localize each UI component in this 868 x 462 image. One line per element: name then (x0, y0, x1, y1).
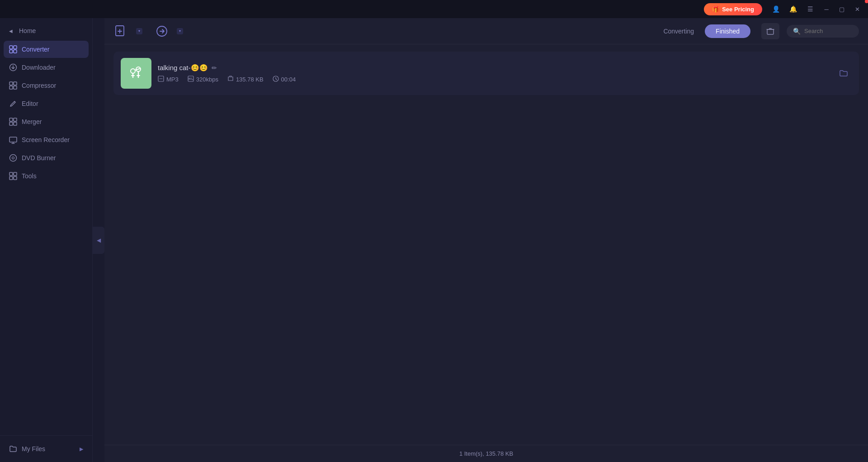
content-header: ▾ ▾ Converting Finished (104, 18, 868, 44)
screen-recorder-label: Screen Recorder (22, 136, 70, 143)
downloader-label: Downloader (22, 64, 56, 71)
avatar-icon: 👤 (772, 5, 780, 13)
svg-point-23 (131, 69, 135, 73)
my-files-icon (9, 445, 17, 453)
screen-recorder-icon (9, 136, 17, 144)
svg-rect-17 (14, 172, 17, 176)
dvd-burner-label: DVD Burner (22, 154, 56, 162)
file-title-row: talking cat-😊😊 ✏ (158, 64, 829, 72)
bitrate-value: 320kbps (196, 76, 218, 83)
user-avatar[interactable]: 👤 (769, 3, 782, 15)
close-button[interactable]: ✕ (852, 4, 863, 14)
app-body: ◀ Home Converter (0, 18, 868, 462)
finished-tab[interactable]: Finished (705, 24, 750, 38)
size-value: 135.78 KB (236, 76, 264, 83)
convert-button[interactable] (154, 24, 170, 39)
svg-rect-13 (9, 137, 17, 142)
format-value: MP3 (166, 76, 179, 83)
notification-dot (865, 0, 868, 3)
my-files-label: My Files (22, 445, 45, 452)
converting-tab[interactable]: Converting (652, 24, 705, 38)
file-bitrate: 320kbps (188, 76, 218, 83)
editor-label: Editor (22, 100, 38, 107)
sidebar-item-converter[interactable]: Converter (4, 41, 89, 58)
add-file-dropdown-arrow[interactable]: ▾ (136, 28, 142, 34)
status-bar: 1 Item(s), 135.78 KB (104, 445, 868, 462)
svg-rect-6 (14, 82, 17, 85)
tools-icon (9, 172, 17, 180)
format-icon (158, 76, 164, 83)
svg-rect-1 (14, 46, 17, 49)
open-folder-button[interactable] (835, 65, 852, 81)
my-files-item[interactable]: My Files ▶ (4, 440, 89, 457)
titlebar-icons: 👤 🔔 ☰ ─ ▢ ✕ (769, 3, 863, 15)
svg-rect-0 (9, 46, 13, 49)
svg-rect-2 (9, 50, 13, 53)
svg-point-14 (10, 155, 17, 162)
svg-rect-18 (9, 176, 13, 180)
svg-rect-19 (14, 176, 17, 180)
svg-rect-8 (14, 86, 17, 89)
compressor-label: Compressor (22, 82, 56, 89)
my-files-arrow-icon: ▶ (80, 446, 83, 452)
merger-label: Merger (22, 118, 42, 125)
sidebar-item-merger[interactable]: Merger (4, 113, 89, 130)
svg-rect-9 (9, 118, 13, 121)
search-box: 🔍 (787, 25, 859, 38)
gift-icon: 🎁 (712, 6, 719, 13)
menu-icon[interactable]: ☰ (804, 3, 816, 15)
sidebar-item-tools[interactable]: Tools (4, 167, 89, 185)
converter-icon (9, 45, 17, 53)
see-pricing-button[interactable]: 🎁 See Pricing (704, 3, 762, 15)
duration-icon (273, 76, 279, 83)
file-thumbnail (121, 58, 151, 89)
downloader-icon (9, 63, 17, 71)
status-text: 1 Item(s), 135.78 KB (459, 450, 513, 457)
file-size: 135.78 KB (227, 76, 264, 83)
sidebar-footer: My Files ▶ (0, 435, 92, 462)
svg-rect-16 (9, 172, 13, 176)
svg-rect-10 (14, 118, 17, 121)
size-icon (227, 76, 234, 83)
merger-icon (9, 118, 17, 126)
svg-rect-22 (767, 29, 774, 34)
sidebar-item-dvd-burner[interactable]: DVD Burner (4, 149, 89, 167)
sidebar-item-screen-recorder[interactable]: Screen Recorder (4, 131, 89, 148)
sidebar-collapse-button[interactable]: ◀ (93, 227, 104, 254)
search-input[interactable] (804, 28, 849, 34)
file-item: talking cat-😊😊 ✏ MP3 (113, 52, 859, 95)
dvd-burner-icon (9, 154, 17, 162)
file-list: talking cat-😊😊 ✏ MP3 (104, 44, 868, 445)
my-files-left: My Files (9, 445, 45, 453)
file-format: MP3 (158, 76, 179, 83)
svg-rect-5 (9, 82, 13, 85)
sidebar-item-editor[interactable]: Editor (4, 95, 89, 112)
home-label: Home (19, 27, 36, 34)
sidebar-item-home[interactable]: ◀ Home (4, 23, 89, 39)
file-info: talking cat-😊😊 ✏ MP3 (158, 64, 829, 83)
svg-rect-12 (14, 122, 17, 125)
compressor-icon (9, 81, 17, 90)
editor-icon (9, 100, 17, 108)
add-file-button[interactable] (113, 24, 129, 39)
sidebar-item-downloader[interactable]: Downloader (4, 59, 89, 76)
sidebar: ◀ Home Converter (0, 18, 93, 462)
sidebar-item-compressor[interactable]: Compressor (4, 77, 89, 94)
tab-group: Converting Finished (652, 24, 750, 38)
file-edit-icon[interactable]: ✏ (212, 64, 217, 71)
duration-value: 00:04 (281, 76, 296, 83)
convert-dropdown-arrow[interactable]: ▾ (177, 28, 183, 34)
tools-label: Tools (22, 172, 37, 180)
title-bar: 🎁 See Pricing 👤 🔔 ☰ ─ ▢ ✕ (0, 0, 868, 18)
clear-button[interactable] (761, 23, 779, 39)
sidebar-nav: ◀ Home Converter (0, 23, 92, 435)
see-pricing-label: See Pricing (722, 6, 754, 13)
maximize-button[interactable]: ▢ (836, 4, 847, 14)
svg-rect-7 (9, 86, 13, 89)
file-duration: 00:04 (273, 76, 296, 83)
svg-rect-3 (14, 50, 17, 53)
svg-point-15 (12, 157, 14, 159)
bell-icon[interactable]: 🔔 (787, 3, 799, 15)
minimize-button[interactable]: ─ (821, 4, 832, 14)
converter-label: Converter (22, 46, 49, 53)
